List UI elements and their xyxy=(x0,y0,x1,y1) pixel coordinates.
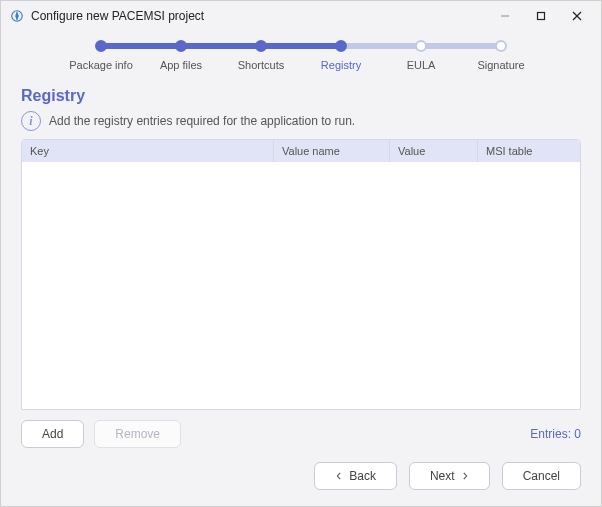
entries-count: Entries: 0 xyxy=(530,427,581,441)
info-text: Add the registry entries required for th… xyxy=(49,114,355,128)
wizard-stepper: Package info App files Shortcuts Registr… xyxy=(1,31,601,75)
next-button[interactable]: Next xyxy=(409,462,490,490)
table-actions: Add Remove Entries: 0 xyxy=(21,410,581,448)
col-header-value[interactable]: Value xyxy=(390,140,478,162)
section-title: Registry xyxy=(21,87,581,105)
wizard-footer: Back Next Cancel xyxy=(1,448,601,506)
add-button[interactable]: Add xyxy=(21,420,84,448)
col-header-key[interactable]: Key xyxy=(22,140,274,162)
svg-rect-2 xyxy=(538,13,545,20)
remove-button: Remove xyxy=(94,420,181,448)
info-row: i Add the registry entries required for … xyxy=(21,111,581,131)
cancel-button[interactable]: Cancel xyxy=(502,462,581,490)
step-package-info[interactable]: Package info xyxy=(61,37,141,71)
step-label: Shortcuts xyxy=(238,59,284,71)
minimize-button[interactable] xyxy=(487,2,523,30)
step-label: Package info xyxy=(69,59,133,71)
step-label: EULA xyxy=(407,59,436,71)
table-header-row: Key Value name Value MSI table xyxy=(22,140,580,162)
back-button[interactable]: Back xyxy=(314,462,397,490)
maximize-button[interactable] xyxy=(523,2,559,30)
content-area: Registry i Add the registry entries requ… xyxy=(1,75,601,448)
window-title: Configure new PACEMSI project xyxy=(31,9,204,23)
col-header-value-name[interactable]: Value name xyxy=(274,140,390,162)
next-label: Next xyxy=(430,469,455,483)
chevron-left-icon xyxy=(335,472,343,480)
registry-table: Key Value name Value MSI table xyxy=(21,139,581,410)
col-header-msi-table[interactable]: MSI table xyxy=(478,140,580,162)
step-label: Registry xyxy=(321,59,361,71)
step-label: Signature xyxy=(477,59,524,71)
table-body-empty xyxy=(22,162,580,409)
step-label: App files xyxy=(160,59,202,71)
titlebar: Configure new PACEMSI project xyxy=(1,1,601,31)
close-button[interactable] xyxy=(559,2,595,30)
info-icon: i xyxy=(21,111,41,131)
app-icon xyxy=(9,8,25,24)
back-label: Back xyxy=(349,469,376,483)
dialog-window: Configure new PACEMSI project Package in… xyxy=(0,0,602,507)
chevron-right-icon xyxy=(461,472,469,480)
